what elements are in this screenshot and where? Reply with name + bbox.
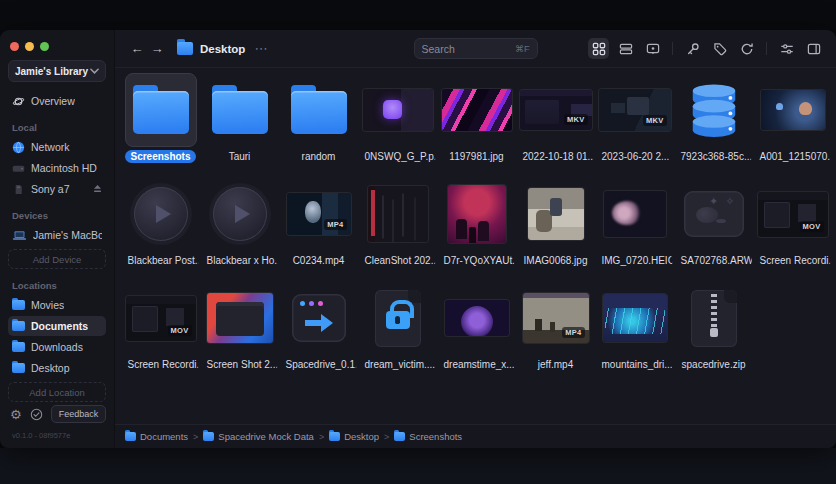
sidebar: Jamie's Library Overview Local Network M… [0, 30, 115, 448]
file-item-random[interactable]: random [279, 73, 358, 177]
divider [672, 42, 673, 55]
path-bar: Documents > Spacedrive Mock Data > Deskt… [115, 424, 836, 448]
library-switcher[interactable]: Jamie's Library [8, 60, 106, 82]
current-location[interactable]: Desktop [177, 42, 245, 55]
file-item-img0720[interactable]: IMG_0720.HEIC [595, 177, 674, 281]
folder-icon [133, 91, 189, 134]
file-thumbnail: MOV [757, 177, 829, 251]
laptop-icon [12, 230, 27, 241]
sony-a7-label: Sony a7 [31, 183, 70, 195]
inspector-panel-button[interactable] [803, 38, 824, 59]
search-shortcut-hint: ⌘F [515, 44, 530, 54]
file-item-screenshots[interactable]: Screenshots [121, 73, 200, 177]
file-item-0nswq[interactable]: 0NSWQ_G_P.p... [358, 73, 437, 177]
file-thumbnail [283, 73, 355, 147]
file-thumbnail [441, 281, 513, 355]
forward-arrow-button[interactable]: → [147, 41, 167, 56]
add-location-button[interactable]: Add Location [8, 382, 106, 402]
sidebar-item-desktop[interactable]: Desktop [8, 358, 106, 378]
file-name: jeff.mp4 [533, 358, 578, 371]
sidebar-item-movies[interactable]: Movies [8, 295, 106, 315]
sidebar-item-macintosh-hd[interactable]: Macintosh HD [8, 158, 106, 178]
list-view-button[interactable] [615, 38, 636, 59]
file-name: 0NSWQ_G_P.p... [360, 150, 436, 163]
file-item-a001[interactable]: A001_1215070... [753, 73, 832, 177]
breadcrumb-separator: > [384, 432, 389, 442]
file-item-imag0068[interactable]: IMAG0068.jpg [516, 177, 595, 281]
file-thumbnail [204, 177, 276, 251]
sidebar-item-jamies-macbook[interactable]: Jamie's MacBook... [8, 225, 106, 245]
file-thumbnail: MOV [125, 281, 197, 355]
key-manager-button[interactable] [682, 38, 703, 59]
grid-view-button[interactable] [588, 38, 609, 59]
breadcrumb-desktop[interactable]: Desktop [329, 431, 379, 442]
folder-icon [12, 300, 25, 310]
media-view-button[interactable] [642, 38, 663, 59]
zoom-window-button[interactable] [40, 42, 49, 51]
file-item-1197981[interactable]: 1197981.jpg [437, 73, 516, 177]
file-item-2022-10-18[interactable]: MKV 2022-10-18 01... [516, 73, 595, 177]
memory-card-icon [12, 183, 25, 196]
settings-gear-icon[interactable]: ⚙ [10, 408, 22, 421]
file-item-screen-recording-2[interactable]: MOV Screen Recordi... [121, 281, 200, 385]
file-item-dream-victim[interactable]: dream_victim.... [358, 281, 437, 385]
file-item-d7r[interactable]: D7r-YQoXYAUt... [437, 177, 516, 281]
file-item-dreamstime[interactable]: dreamstime_x... [437, 281, 516, 385]
sidebar-item-documents[interactable]: Documents [8, 316, 106, 336]
file-item-spacedrive-app[interactable]: Spacedrive_0.1... [279, 281, 358, 385]
section-title-local: Local [12, 122, 106, 133]
display-settings-button[interactable] [776, 38, 797, 59]
breadcrumb-label: Screenshots [409, 431, 462, 442]
tag-assign-button[interactable] [709, 38, 730, 59]
folder-icon [12, 321, 25, 331]
file-item-blackbear-x-ho[interactable]: Blackbear x Ho... [200, 177, 279, 281]
eject-icon[interactable] [93, 185, 102, 193]
folder-icon [329, 432, 340, 441]
folder-icon [125, 432, 136, 441]
feedback-button[interactable]: Feedback [51, 405, 107, 423]
file-item-blackbear-post[interactable]: Blackbear Post... [121, 177, 200, 281]
sidebar-item-overview[interactable]: Overview [8, 91, 106, 111]
refresh-button[interactable] [736, 38, 757, 59]
file-item-screen-shot[interactable]: Screen Shot 2... [200, 281, 279, 385]
hard-drive-icon [12, 162, 25, 175]
window-controls [8, 42, 106, 51]
file-name: mountains_dri... [597, 358, 673, 371]
file-item-7923c368[interactable]: 7923c368-85c... [674, 73, 753, 177]
file-thumbnail [678, 73, 750, 147]
file-item-tauri[interactable]: Tauri [200, 73, 279, 177]
sidebar-item-downloads[interactable]: Downloads [8, 337, 106, 357]
more-options-icon[interactable]: ⋯ [254, 41, 268, 56]
jobs-check-circle-icon[interactable] [30, 408, 43, 421]
sidebar-item-sony-a7[interactable]: Sony a7 [8, 179, 106, 199]
sidebar-item-network[interactable]: Network [8, 137, 106, 157]
chevron-down-icon [90, 68, 99, 74]
search-input[interactable]: Search ⌘F [414, 38, 538, 59]
file-item-sa702768[interactable]: ✦ ✧ SA702768.ARW [674, 177, 753, 281]
globe-icon [12, 141, 25, 154]
file-item-jeff[interactable]: MP4 jeff.mp4 [516, 281, 595, 385]
file-item-2023-06-20[interactable]: MKV 2023-06-20 2... [595, 73, 674, 177]
file-item-screen-recording-1[interactable]: MOV Screen Recordi... [753, 177, 832, 281]
breadcrumb-spacedrive-mock-data[interactable]: Spacedrive Mock Data [203, 431, 314, 442]
folder-icon [12, 342, 25, 352]
breadcrumb-screenshots[interactable]: Screenshots [394, 431, 462, 442]
file-thumbnail: MKV [520, 73, 592, 147]
close-window-button[interactable] [10, 42, 19, 51]
planet-icon [12, 95, 25, 108]
library-name: Jamie's Library [15, 66, 88, 77]
file-item-cleanshot[interactable]: CleanShot 202... [358, 177, 437, 281]
file-thumbnail [520, 177, 592, 251]
documents-label: Documents [31, 320, 88, 332]
file-thumbnail [283, 281, 355, 355]
file-item-spacedrive-zip[interactable]: spacedrive.zip [674, 281, 753, 385]
minimize-window-button[interactable] [25, 42, 34, 51]
file-thumbnail [599, 281, 671, 355]
toolbar: ← → Desktop ⋯ Search ⌘F [115, 30, 836, 68]
file-thumbnail [362, 177, 434, 251]
file-item-mountains[interactable]: mountains_dri... [595, 281, 674, 385]
back-arrow-button[interactable]: ← [127, 41, 147, 56]
file-item-c0234[interactable]: MP4 C0234.mp4 [279, 177, 358, 281]
add-device-button[interactable]: Add Device [8, 249, 106, 269]
breadcrumb-documents[interactable]: Documents [125, 431, 188, 442]
